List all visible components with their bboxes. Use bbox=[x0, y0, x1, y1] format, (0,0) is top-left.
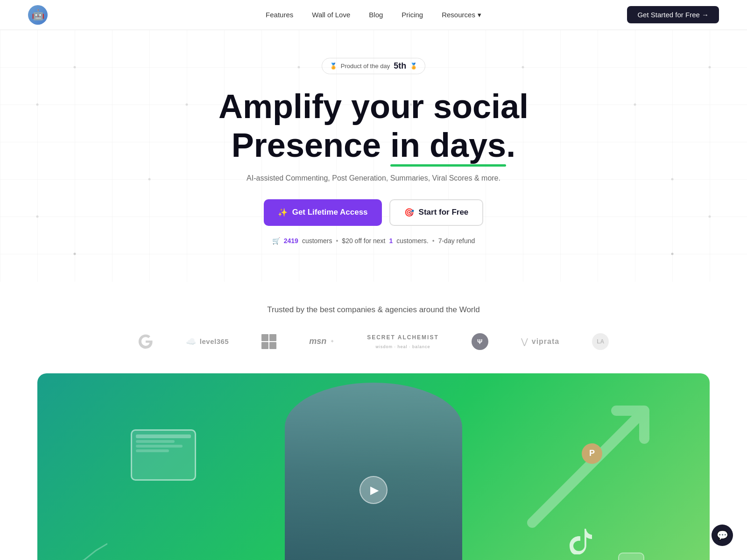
trusted-title: Trusted by the best companies & agencies… bbox=[28, 305, 719, 315]
chart-graphic bbox=[61, 541, 107, 560]
hero-subtitle: AI-assisted Commenting, Post Generation,… bbox=[28, 174, 719, 182]
customers-count: 2419 bbox=[284, 237, 298, 245]
logos-row: ☁️ level365 msn ✦ SECRET ALCHEMIST wisdo… bbox=[28, 333, 719, 350]
nav-pricing[interactable]: Pricing bbox=[402, 11, 423, 19]
navbar: 🤖 Features Wall of Love Blog Pricing Res… bbox=[0, 0, 747, 30]
offer-count: 1 bbox=[389, 237, 393, 245]
logo-wm: Ψ bbox=[472, 333, 488, 350]
badge-laurel-right: 🏅 bbox=[410, 63, 417, 70]
nav-blog[interactable]: Blog bbox=[369, 11, 383, 19]
nav-links: Features Wall of Love Blog Pricing Resou… bbox=[266, 11, 481, 19]
tiktok-icon bbox=[570, 529, 593, 560]
social-proof: 🛒 2419 customers • $20 off for next 1 cu… bbox=[28, 237, 719, 245]
logo[interactable]: 🤖 bbox=[28, 5, 48, 25]
product-badge: 🏅 Product of the day 5th 🏅 bbox=[322, 58, 426, 74]
svg-point-1 bbox=[74, 66, 76, 69]
hero-title: Amplify your social Presence in days. bbox=[28, 87, 719, 165]
lifetime-icon: ✨ bbox=[278, 208, 288, 217]
nav-resources[interactable]: Resources ▾ bbox=[442, 11, 481, 19]
hero-buttons: ✨ Get Lifetime Access 🎯 Start for Free bbox=[28, 199, 719, 226]
chat-icon: 💬 bbox=[717, 530, 728, 541]
svg-point-7 bbox=[709, 66, 711, 69]
chat-bubble-button[interactable]: 💬 bbox=[712, 525, 733, 546]
play-button[interactable]: ▶ bbox=[359, 476, 388, 504]
logo-msn: msn ✦ bbox=[309, 336, 334, 346]
trusted-section: Trusted by the best companies & agencies… bbox=[0, 282, 747, 373]
svg-point-3 bbox=[298, 66, 300, 69]
svg-point-5 bbox=[522, 66, 524, 69]
video-section: P ↓ ▶ bbox=[0, 373, 747, 560]
p-badge: P bbox=[582, 443, 602, 464]
start-for-free-button[interactable]: 🎯 Start for Free bbox=[389, 199, 484, 226]
offer-text: $20 off for next bbox=[342, 237, 385, 245]
video-wrapper: P ↓ ▶ bbox=[37, 373, 710, 560]
nav-wall-of-love[interactable]: Wall of Love bbox=[312, 11, 350, 19]
refund-text: 7-day refund bbox=[438, 237, 475, 245]
logo-icon: 🤖 bbox=[28, 5, 48, 25]
logo-la: LA bbox=[592, 333, 609, 350]
logo-level365: ☁️ level365 bbox=[186, 336, 229, 347]
get-lifetime-access-button[interactable]: ✨ Get Lifetime Access bbox=[264, 199, 382, 226]
play-icon: ▶ bbox=[370, 483, 379, 497]
video-person bbox=[257, 378, 490, 560]
logo-viprata: ⋁ viprata bbox=[521, 336, 559, 347]
nav-cta-button[interactable]: Get Started for Free → bbox=[627, 6, 719, 23]
offer-suffix: customers. bbox=[396, 237, 428, 245]
hero-section: 🏅 Product of the day 5th 🏅 Amplify your … bbox=[0, 30, 747, 282]
underline-text: in days bbox=[390, 126, 506, 165]
download-icon: ↓ bbox=[618, 553, 644, 560]
badge-number: 5th bbox=[394, 61, 406, 71]
badge-laurel-left: 🏅 bbox=[330, 63, 337, 70]
dropdown-chevron-icon: ▾ bbox=[478, 11, 481, 19]
customers-label: customers bbox=[302, 237, 332, 245]
free-icon: 🎯 bbox=[404, 208, 414, 217]
cart-icon: 🛒 bbox=[272, 237, 280, 245]
svg-point-13 bbox=[74, 253, 76, 255]
screen-graphic bbox=[131, 429, 196, 481]
logo-google bbox=[138, 334, 153, 349]
badge-label: Product of the day bbox=[341, 63, 390, 70]
nav-features[interactable]: Features bbox=[266, 11, 293, 19]
logo-windows bbox=[261, 334, 276, 349]
svg-point-14 bbox=[671, 253, 674, 255]
logo-secret-alchemist: SECRET ALCHEMIST wisdom · heal · balance bbox=[367, 334, 439, 349]
